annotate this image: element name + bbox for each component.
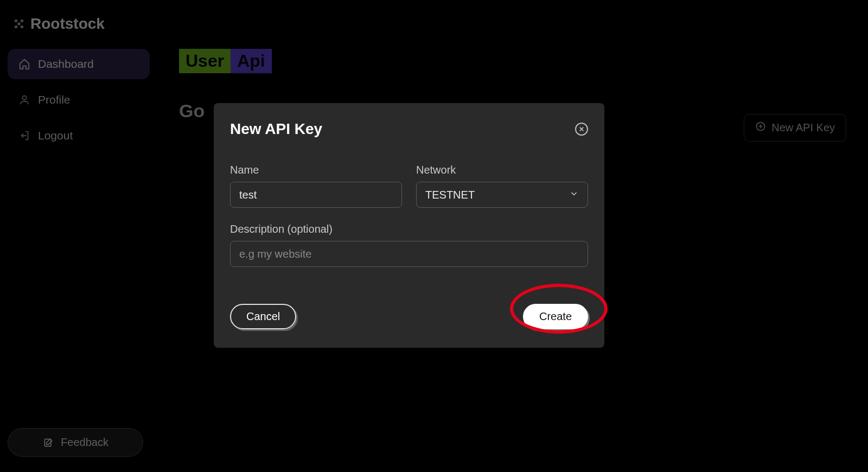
network-label: Network [416, 164, 588, 176]
chevron-down-icon [569, 189, 579, 201]
form-group-network: Network TESTNET [416, 164, 588, 208]
network-select[interactable]: TESTNET [416, 182, 588, 208]
new-api-key-modal: New API Key Name Network TESTNET Descrip… [214, 103, 604, 348]
form-group-description: Description (optional) [230, 223, 588, 267]
modal-close-button[interactable] [575, 123, 588, 136]
cancel-button[interactable]: Cancel [230, 304, 296, 329]
description-label: Description (optional) [230, 223, 588, 235]
modal-title: New API Key [230, 120, 322, 138]
create-button[interactable]: Create [523, 304, 588, 329]
form-group-name: Name [230, 164, 402, 208]
modal-header: New API Key [230, 120, 588, 138]
close-icon [579, 125, 584, 133]
description-input[interactable] [230, 241, 588, 267]
modal-actions: Cancel Create [230, 304, 588, 329]
form-row-name-network: Name Network TESTNET [230, 164, 588, 208]
cancel-label: Cancel [246, 310, 280, 322]
create-label: Create [539, 310, 572, 322]
network-selected-value: TESTNET [425, 189, 475, 201]
name-label: Name [230, 164, 402, 176]
name-input[interactable] [230, 182, 402, 208]
